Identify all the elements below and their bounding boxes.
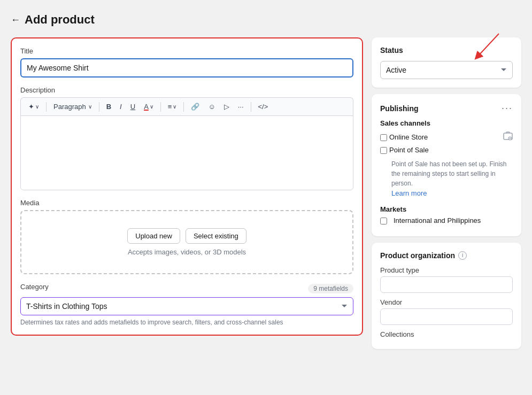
publishing-more-button[interactable]: ···: [502, 103, 513, 114]
toolbar-separator-5: [251, 102, 251, 112]
publishing-card: Publishing ··· Sales channels Online Sto…: [372, 94, 521, 236]
toolbar-separator-3: [160, 102, 161, 112]
online-store-checkbox[interactable]: [380, 134, 387, 141]
category-select[interactable]: T-Shirts in Clothing Tops Clothing Acces…: [20, 297, 353, 315]
markets-label: Markets: [380, 205, 513, 213]
title-input[interactable]: [20, 58, 353, 78]
paragraph-dropdown[interactable]: Paragraph ∨: [50, 102, 95, 112]
underline-btn[interactable]: U: [127, 101, 138, 112]
info-icon[interactable]: i: [458, 251, 467, 260]
product-type-input[interactable]: [380, 276, 513, 293]
vendor-label: Vendor: [380, 298, 513, 306]
channel-row-online: Online Store: [380, 131, 513, 143]
collections-label: Collections: [380, 330, 513, 338]
color-btn[interactable]: A ∨: [141, 101, 157, 112]
main-layout: Title Description ✦ ∨ Paragraph ∨: [11, 37, 521, 349]
status-select[interactable]: Active Draft Archived: [380, 61, 513, 79]
media-hint: Accepts images, videos, or 3D models: [128, 248, 246, 256]
italic-btn[interactable]: I: [117, 101, 125, 112]
toolbar-separator-4: [183, 102, 184, 112]
media-btn[interactable]: ▷: [221, 101, 233, 112]
emoji-btn[interactable]: ☺: [205, 101, 218, 112]
product-org-header: Product organization i: [380, 251, 513, 260]
link-btn[interactable]: 🔗: [188, 101, 203, 112]
description-section: Description ✦ ∨ Paragraph ∨ B I U: [20, 86, 353, 190]
toolbar-separator-1: [46, 102, 47, 112]
status-title: Status: [380, 46, 513, 55]
media-dropzone[interactable]: Upload new Select existing Accepts image…: [20, 210, 353, 274]
market-name: International and Philippines: [394, 216, 481, 224]
publishing-title: Publishing: [380, 104, 419, 113]
online-store-channel: Online Store: [380, 131, 513, 143]
bold-btn[interactable]: B: [103, 101, 114, 112]
left-column: Title Description ✦ ∨ Paragraph ∨: [11, 37, 363, 336]
description-label: Description: [20, 86, 353, 94]
online-store-icon: [503, 131, 513, 143]
channel-row-pos: Point of Sale: [380, 146, 513, 154]
right-column: Status Active Draft Archived Publishing …: [372, 37, 521, 349]
upload-new-button[interactable]: Upload new: [127, 228, 180, 244]
media-label: Media: [20, 199, 353, 207]
title-section: Title: [20, 47, 353, 78]
page-title: Add product: [25, 13, 95, 27]
title-label: Title: [20, 47, 353, 55]
pos-warning: Point of Sale has not been set up. Finis…: [391, 159, 513, 199]
media-section: Media Upload new Select existing Accepts…: [20, 199, 353, 274]
market-checkbox[interactable]: [380, 218, 387, 224]
vendor-input[interactable]: [380, 308, 513, 325]
toolbar-separator-2: [99, 102, 99, 112]
product-organization-card: Product organization i Product type Vend…: [372, 243, 521, 349]
select-existing-button[interactable]: Select existing: [186, 228, 246, 244]
more-btn[interactable]: ···: [235, 101, 247, 112]
online-store-name: Online Store: [389, 133, 428, 141]
back-button[interactable]: ←: [11, 14, 20, 26]
sales-channels-label: Sales channels: [380, 119, 513, 127]
category-hint: Determines tax rates and adds metafields…: [20, 319, 353, 326]
category-header: Category 9 metafields: [20, 283, 353, 294]
page-header: ← Add product: [11, 13, 521, 27]
metafields-badge: 9 metafields: [308, 284, 353, 293]
pos-name: Point of Sale: [389, 146, 429, 154]
description-editor[interactable]: [20, 115, 353, 190]
align-btn[interactable]: ≡ ∨: [165, 101, 180, 112]
learn-more-link[interactable]: Learn more: [391, 189, 427, 197]
category-section: Category 9 metafields T-Shirts in Clothi…: [20, 283, 353, 326]
publishing-header: Publishing ···: [380, 103, 513, 114]
pos-checkbox[interactable]: [380, 147, 387, 154]
pos-channel: Point of Sale Point of Sale has not been…: [380, 146, 513, 199]
product-org-title: Product organization: [380, 251, 455, 260]
editor-toolbar: ✦ ∨ Paragraph ∨ B I U A ∨: [20, 97, 353, 115]
market-item: International and Philippines: [380, 216, 513, 224]
product-type-label: Product type: [380, 266, 513, 274]
category-label: Category: [20, 283, 49, 291]
magic-btn[interactable]: ✦ ∨: [25, 101, 42, 112]
code-btn[interactable]: </>: [255, 101, 272, 112]
status-card: Status Active Draft Archived: [372, 37, 521, 88]
media-buttons: Upload new Select existing: [127, 228, 246, 244]
